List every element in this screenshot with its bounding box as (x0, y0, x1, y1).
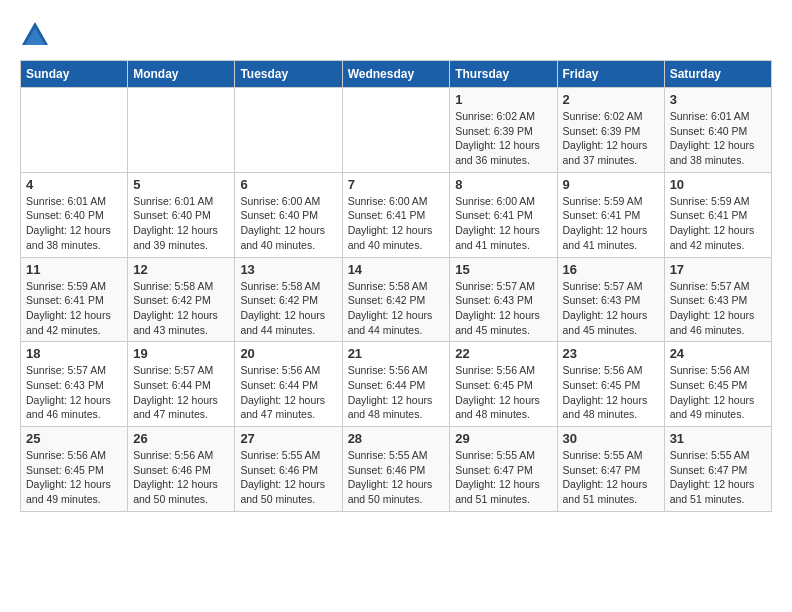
day-info: Sunrise: 5:58 AM Sunset: 6:42 PM Dayligh… (348, 279, 445, 338)
header-monday: Monday (128, 61, 235, 88)
calendar-cell: 29Sunrise: 5:55 AM Sunset: 6:47 PM Dayli… (450, 427, 557, 512)
calendar-cell (21, 88, 128, 173)
day-number: 10 (670, 177, 766, 192)
day-number: 27 (240, 431, 336, 446)
calendar-cell: 4Sunrise: 6:01 AM Sunset: 6:40 PM Daylig… (21, 172, 128, 257)
day-number: 19 (133, 346, 229, 361)
calendar-week-2: 4Sunrise: 6:01 AM Sunset: 6:40 PM Daylig… (21, 172, 772, 257)
calendar-cell: 18Sunrise: 5:57 AM Sunset: 6:43 PM Dayli… (21, 342, 128, 427)
day-info: Sunrise: 5:57 AM Sunset: 6:43 PM Dayligh… (455, 279, 551, 338)
calendar-cell: 14Sunrise: 5:58 AM Sunset: 6:42 PM Dayli… (342, 257, 450, 342)
day-number: 11 (26, 262, 122, 277)
day-info: Sunrise: 5:55 AM Sunset: 6:47 PM Dayligh… (670, 448, 766, 507)
calendar-cell: 3Sunrise: 6:01 AM Sunset: 6:40 PM Daylig… (664, 88, 771, 173)
day-info: Sunrise: 5:56 AM Sunset: 6:45 PM Dayligh… (670, 363, 766, 422)
day-number: 20 (240, 346, 336, 361)
day-number: 26 (133, 431, 229, 446)
header-tuesday: Tuesday (235, 61, 342, 88)
calendar-cell: 9Sunrise: 5:59 AM Sunset: 6:41 PM Daylig… (557, 172, 664, 257)
calendar-cell: 2Sunrise: 6:02 AM Sunset: 6:39 PM Daylig… (557, 88, 664, 173)
calendar-cell: 7Sunrise: 6:00 AM Sunset: 6:41 PM Daylig… (342, 172, 450, 257)
day-info: Sunrise: 5:58 AM Sunset: 6:42 PM Dayligh… (240, 279, 336, 338)
day-number: 8 (455, 177, 551, 192)
day-number: 13 (240, 262, 336, 277)
day-info: Sunrise: 5:56 AM Sunset: 6:45 PM Dayligh… (455, 363, 551, 422)
calendar-cell: 16Sunrise: 5:57 AM Sunset: 6:43 PM Dayli… (557, 257, 664, 342)
calendar-cell: 17Sunrise: 5:57 AM Sunset: 6:43 PM Dayli… (664, 257, 771, 342)
calendar-cell (128, 88, 235, 173)
day-number: 12 (133, 262, 229, 277)
calendar-week-4: 18Sunrise: 5:57 AM Sunset: 6:43 PM Dayli… (21, 342, 772, 427)
day-info: Sunrise: 5:57 AM Sunset: 6:43 PM Dayligh… (670, 279, 766, 338)
page-header (20, 20, 772, 50)
calendar-week-3: 11Sunrise: 5:59 AM Sunset: 6:41 PM Dayli… (21, 257, 772, 342)
day-info: Sunrise: 6:02 AM Sunset: 6:39 PM Dayligh… (455, 109, 551, 168)
day-info: Sunrise: 5:56 AM Sunset: 6:45 PM Dayligh… (563, 363, 659, 422)
calendar-cell: 6Sunrise: 6:00 AM Sunset: 6:40 PM Daylig… (235, 172, 342, 257)
calendar-header-row: SundayMondayTuesdayWednesdayThursdayFrid… (21, 61, 772, 88)
calendar-cell: 28Sunrise: 5:55 AM Sunset: 6:46 PM Dayli… (342, 427, 450, 512)
day-info: Sunrise: 5:56 AM Sunset: 6:44 PM Dayligh… (240, 363, 336, 422)
calendar-cell: 8Sunrise: 6:00 AM Sunset: 6:41 PM Daylig… (450, 172, 557, 257)
calendar-table: SundayMondayTuesdayWednesdayThursdayFrid… (20, 60, 772, 512)
calendar-cell: 24Sunrise: 5:56 AM Sunset: 6:45 PM Dayli… (664, 342, 771, 427)
day-number: 21 (348, 346, 445, 361)
day-info: Sunrise: 6:01 AM Sunset: 6:40 PM Dayligh… (133, 194, 229, 253)
calendar-cell (235, 88, 342, 173)
day-info: Sunrise: 6:00 AM Sunset: 6:41 PM Dayligh… (348, 194, 445, 253)
day-info: Sunrise: 5:55 AM Sunset: 6:47 PM Dayligh… (455, 448, 551, 507)
day-info: Sunrise: 5:59 AM Sunset: 6:41 PM Dayligh… (563, 194, 659, 253)
day-info: Sunrise: 5:58 AM Sunset: 6:42 PM Dayligh… (133, 279, 229, 338)
day-number: 30 (563, 431, 659, 446)
calendar-cell: 19Sunrise: 5:57 AM Sunset: 6:44 PM Dayli… (128, 342, 235, 427)
calendar-cell: 10Sunrise: 5:59 AM Sunset: 6:41 PM Dayli… (664, 172, 771, 257)
day-info: Sunrise: 5:55 AM Sunset: 6:47 PM Dayligh… (563, 448, 659, 507)
day-number: 16 (563, 262, 659, 277)
day-info: Sunrise: 6:01 AM Sunset: 6:40 PM Dayligh… (670, 109, 766, 168)
calendar-cell: 25Sunrise: 5:56 AM Sunset: 6:45 PM Dayli… (21, 427, 128, 512)
header-saturday: Saturday (664, 61, 771, 88)
calendar-cell: 23Sunrise: 5:56 AM Sunset: 6:45 PM Dayli… (557, 342, 664, 427)
day-info: Sunrise: 6:00 AM Sunset: 6:41 PM Dayligh… (455, 194, 551, 253)
day-number: 2 (563, 92, 659, 107)
header-friday: Friday (557, 61, 664, 88)
calendar-week-5: 25Sunrise: 5:56 AM Sunset: 6:45 PM Dayli… (21, 427, 772, 512)
logo-icon (20, 20, 50, 50)
day-info: Sunrise: 5:55 AM Sunset: 6:46 PM Dayligh… (348, 448, 445, 507)
calendar-week-1: 1Sunrise: 6:02 AM Sunset: 6:39 PM Daylig… (21, 88, 772, 173)
calendar-cell (342, 88, 450, 173)
calendar-cell: 27Sunrise: 5:55 AM Sunset: 6:46 PM Dayli… (235, 427, 342, 512)
day-info: Sunrise: 6:00 AM Sunset: 6:40 PM Dayligh… (240, 194, 336, 253)
calendar-cell: 31Sunrise: 5:55 AM Sunset: 6:47 PM Dayli… (664, 427, 771, 512)
header-thursday: Thursday (450, 61, 557, 88)
header-wednesday: Wednesday (342, 61, 450, 88)
calendar-cell: 30Sunrise: 5:55 AM Sunset: 6:47 PM Dayli… (557, 427, 664, 512)
day-number: 4 (26, 177, 122, 192)
day-number: 22 (455, 346, 551, 361)
day-number: 14 (348, 262, 445, 277)
day-number: 31 (670, 431, 766, 446)
day-number: 24 (670, 346, 766, 361)
day-number: 25 (26, 431, 122, 446)
day-info: Sunrise: 6:02 AM Sunset: 6:39 PM Dayligh… (563, 109, 659, 168)
day-number: 29 (455, 431, 551, 446)
day-info: Sunrise: 5:56 AM Sunset: 6:45 PM Dayligh… (26, 448, 122, 507)
calendar-cell: 21Sunrise: 5:56 AM Sunset: 6:44 PM Dayli… (342, 342, 450, 427)
day-info: Sunrise: 6:01 AM Sunset: 6:40 PM Dayligh… (26, 194, 122, 253)
day-number: 7 (348, 177, 445, 192)
day-info: Sunrise: 5:57 AM Sunset: 6:43 PM Dayligh… (563, 279, 659, 338)
calendar-cell: 1Sunrise: 6:02 AM Sunset: 6:39 PM Daylig… (450, 88, 557, 173)
day-number: 23 (563, 346, 659, 361)
calendar-cell: 20Sunrise: 5:56 AM Sunset: 6:44 PM Dayli… (235, 342, 342, 427)
calendar-cell: 15Sunrise: 5:57 AM Sunset: 6:43 PM Dayli… (450, 257, 557, 342)
day-number: 18 (26, 346, 122, 361)
day-number: 9 (563, 177, 659, 192)
logo (20, 20, 54, 50)
calendar-cell: 12Sunrise: 5:58 AM Sunset: 6:42 PM Dayli… (128, 257, 235, 342)
calendar-cell: 26Sunrise: 5:56 AM Sunset: 6:46 PM Dayli… (128, 427, 235, 512)
day-info: Sunrise: 5:55 AM Sunset: 6:46 PM Dayligh… (240, 448, 336, 507)
day-info: Sunrise: 5:59 AM Sunset: 6:41 PM Dayligh… (670, 194, 766, 253)
day-info: Sunrise: 5:56 AM Sunset: 6:46 PM Dayligh… (133, 448, 229, 507)
day-number: 28 (348, 431, 445, 446)
calendar-cell: 5Sunrise: 6:01 AM Sunset: 6:40 PM Daylig… (128, 172, 235, 257)
